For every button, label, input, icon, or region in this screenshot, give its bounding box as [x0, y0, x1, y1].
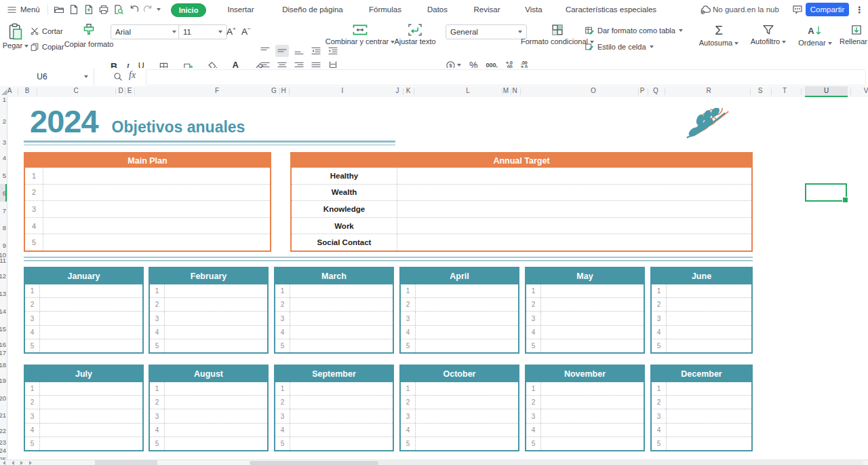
month-table-january[interactable]: January12345	[24, 267, 144, 354]
column-header-f[interactable]: F	[215, 87, 219, 94]
month-entry-cell[interactable]	[40, 298, 142, 311]
target-entry-cell[interactable]	[397, 201, 751, 217]
month-entry-cell[interactable]	[40, 312, 142, 324]
month-table-april[interactable]: April12345	[399, 267, 519, 354]
select-all-corner[interactable]	[1, 90, 7, 95]
month-entry-cell[interactable]	[290, 382, 393, 395]
paste-button[interactable]: Pegar	[1, 23, 30, 50]
month-entry-cell[interactable]	[290, 424, 393, 436]
align-middle-button[interactable]	[275, 45, 289, 57]
month-entry-cell[interactable]	[165, 312, 267, 324]
row-header-21[interactable]: 21	[0, 411, 6, 419]
month-entry-cell[interactable]	[290, 298, 393, 311]
align-top-button[interactable]	[258, 45, 272, 57]
tab-caracteristicas-especiales[interactable]: Características especiales	[566, 0, 656, 19]
copy-button[interactable]: Copiar	[30, 42, 64, 52]
row-header-16[interactable]: 16	[0, 341, 6, 348]
row-header-1[interactable]: 1	[3, 97, 6, 103]
row-header-4[interactable]: 4	[3, 154, 6, 162]
save-icon[interactable]	[83, 0, 94, 19]
month-entry-cell[interactable]	[541, 437, 644, 450]
target-entry-cell[interactable]	[397, 168, 751, 184]
month-table-may[interactable]: May12345	[525, 267, 645, 354]
print-icon[interactable]	[98, 0, 109, 19]
row-header-2[interactable]: 2	[3, 117, 6, 125]
wrap-text-button[interactable]: Ajustar texto	[389, 23, 441, 45]
month-entry-cell[interactable]	[165, 424, 267, 436]
row-header-24[interactable]: 24	[0, 447, 6, 454]
month-entry-cell[interactable]	[290, 339, 393, 352]
month-entry-cell[interactable]	[541, 396, 644, 409]
month-entry-cell[interactable]	[40, 409, 142, 422]
month-entry-cell[interactable]	[290, 312, 393, 324]
month-entry-cell[interactable]	[667, 298, 751, 311]
fx-icon[interactable]: fx	[129, 70, 136, 81]
sheet-grid[interactable]: 1234567891011121314151617181920212223242…	[0, 97, 868, 460]
row-header-14[interactable]: 14	[0, 308, 6, 315]
month-entry-cell[interactable]	[667, 437, 751, 450]
row-header-18[interactable]: 18	[0, 361, 6, 369]
annual-target-table[interactable]: Annual Target HealthyWealthKnowledgeWork…	[290, 152, 753, 252]
column-header-d[interactable]: D	[118, 87, 123, 94]
row-header-6[interactable]: 6	[3, 189, 6, 197]
tab-revisar[interactable]: Revisar	[474, 0, 500, 19]
share-button[interactable]: Compartir	[806, 3, 849, 16]
row-header-19[interactable]: 19	[0, 377, 6, 384]
format-painter-button[interactable]: Copiar formato	[70, 23, 108, 48]
autosum-button[interactable]: Σ Autosuma	[695, 23, 743, 47]
month-entry-cell[interactable]	[416, 298, 518, 311]
month-table-march[interactable]: March12345	[274, 267, 394, 354]
hamburger-menu-icon[interactable]	[7, 0, 17, 19]
overflow-menu-icon[interactable]: ⋮	[855, 0, 864, 19]
month-table-december[interactable]: December12345	[650, 365, 753, 451]
column-header-q[interactable]: Q	[653, 87, 658, 94]
month-table-november[interactable]: November12345	[525, 365, 645, 451]
cut-button[interactable]: Cortar	[30, 26, 63, 36]
month-entry-cell[interactable]	[416, 409, 518, 422]
month-entry-cell[interactable]	[667, 284, 751, 297]
open-file-icon[interactable]	[54, 0, 64, 19]
redo-icon[interactable]	[142, 0, 153, 19]
month-table-july[interactable]: July12345	[24, 365, 144, 451]
month-entry-cell[interactable]	[416, 326, 518, 339]
decrease-indent-button[interactable]	[309, 45, 323, 57]
column-header-n[interactable]: N	[512, 87, 517, 94]
fill-button[interactable]: Rellenar	[840, 23, 868, 45]
align-bottom-button[interactable]	[292, 45, 306, 57]
font-name-select[interactable]: Arial	[111, 24, 181, 39]
month-entry-cell[interactable]	[667, 339, 751, 352]
month-table-september[interactable]: September12345	[274, 365, 394, 451]
month-entry-cell[interactable]	[40, 339, 142, 352]
autofilter-button[interactable]: Autofiltro	[744, 23, 793, 45]
target-entry-cell[interactable]	[397, 218, 751, 234]
scrollbar-thumb[interactable]	[250, 461, 378, 465]
column-header-k[interactable]: K	[406, 87, 411, 94]
target-entry-cell[interactable]	[397, 185, 751, 201]
undo-icon[interactable]	[129, 0, 140, 19]
menu-button[interactable]: Menú	[20, 0, 40, 19]
column-header-r[interactable]: R	[706, 87, 711, 94]
month-entry-cell[interactable]	[40, 284, 142, 297]
more-commands-caret-icon[interactable]	[157, 0, 161, 19]
month-entry-cell[interactable]	[165, 382, 267, 395]
month-entry-cell[interactable]	[667, 382, 751, 395]
row-header-22[interactable]: 22	[0, 427, 6, 434]
name-box[interactable]: U6	[0, 68, 94, 86]
month-entry-cell[interactable]	[40, 424, 142, 436]
row-header-17[interactable]: 17	[0, 349, 6, 356]
month-entry-cell[interactable]	[541, 312, 644, 324]
month-entry-cell[interactable]	[40, 326, 142, 339]
new-file-icon[interactable]	[68, 0, 79, 19]
row-header-20[interactable]: 20	[0, 394, 6, 402]
month-entry-cell[interactable]	[416, 284, 518, 297]
cloud-status-icon[interactable]	[700, 0, 711, 19]
month-entry-cell[interactable]	[667, 312, 751, 324]
sheet-tab[interactable]	[95, 460, 157, 465]
plan-entry-cell[interactable]	[43, 168, 270, 184]
column-header-selected[interactable]: U	[805, 86, 848, 97]
font-size-select[interactable]: 11	[178, 24, 227, 39]
column-header-h[interactable]: H	[281, 87, 285, 94]
tab-home[interactable]: Inicio	[171, 3, 206, 17]
selected-cell-u6[interactable]	[805, 183, 847, 202]
column-header-a[interactable]: A	[7, 87, 12, 94]
